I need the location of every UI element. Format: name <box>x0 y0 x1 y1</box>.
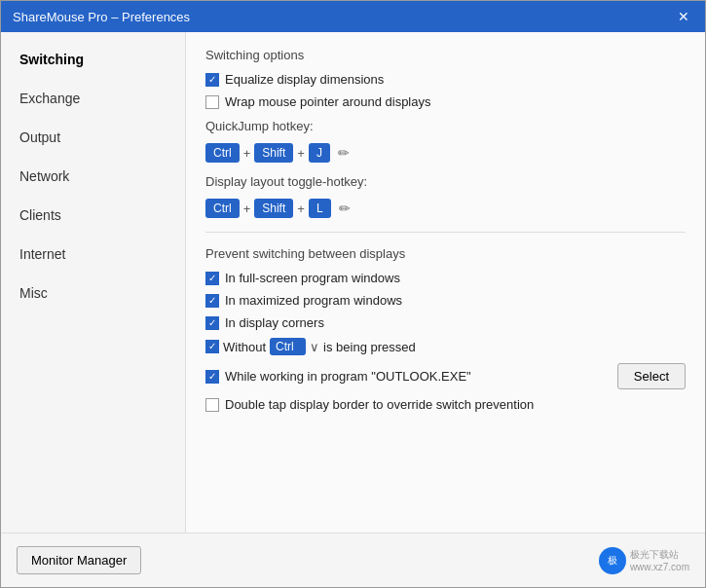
checkbox-equalize[interactable] <box>205 73 219 87</box>
checkbox-wrap[interactable] <box>205 95 219 109</box>
option-wrap: Wrap mouse pointer around displays <box>205 94 686 109</box>
main-panel: Switching options Equalize display dimen… <box>186 32 705 533</box>
option-outlook-label: While working in program "OUTLOOK.EXE" <box>225 369 471 384</box>
checkbox-maximized[interactable] <box>205 294 219 308</box>
sidebar-item-internet[interactable]: Internet <box>1 235 185 274</box>
quickjump-sep1: + <box>243 146 251 161</box>
option-outlook: While working in program "OUTLOOK.EXE" S… <box>205 363 686 389</box>
option-wrap-label: Wrap mouse pointer around displays <box>225 94 431 109</box>
checkbox-double-tap[interactable] <box>205 398 219 412</box>
sidebar-item-label: Misc <box>19 285 48 301</box>
quickjump-key-j[interactable]: J <box>309 143 330 163</box>
option-fullscreen: In full-screen program windows <box>205 271 686 285</box>
sidebar-item-switching[interactable]: Switching <box>1 40 185 79</box>
dropdown-arrow: ∨ <box>310 340 319 354</box>
layout-hotkey-row: Ctrl + Shift + L ✏ <box>205 199 686 218</box>
sidebar-item-output[interactable]: Output <box>1 118 185 157</box>
quickjump-key-shift[interactable]: Shift <box>254 143 293 163</box>
ctrl-dropdown[interactable]: Ctrl Alt Shift <box>270 338 306 355</box>
option-maximized: In maximized program windows <box>205 293 686 308</box>
sidebar-item-exchange[interactable]: Exchange <box>1 79 185 118</box>
checkbox-corners[interactable] <box>205 316 219 330</box>
quickjump-label: QuickJump hotkey: <box>205 119 686 133</box>
checkbox-outlook[interactable] <box>205 370 219 384</box>
monitor-manager-button[interactable]: Monitor Manager <box>17 546 141 574</box>
logo-icon: 极 <box>599 547 626 574</box>
quickjump-key-ctrl[interactable]: Ctrl <box>205 143 240 163</box>
sidebar-item-label: Output <box>19 129 60 145</box>
preferences-window: ShareMouse Pro – Preferences ✕ Switching… <box>0 0 706 588</box>
option-corners-label: In display corners <box>225 315 324 330</box>
option-corners: In display corners <box>205 315 686 330</box>
option-double-tap: Double tap display border to override sw… <box>205 397 686 412</box>
content-area: Switching Exchange Output Network Client… <box>1 32 705 533</box>
layout-key-ctrl[interactable]: Ctrl <box>205 199 240 218</box>
sidebar: Switching Exchange Output Network Client… <box>1 32 186 533</box>
sidebar-item-label: Clients <box>19 207 61 223</box>
option-equalize-label: Equalize display dimensions <box>225 72 384 87</box>
sidebar-item-network[interactable]: Network <box>1 157 185 196</box>
option-being-pressed: is being pressed <box>323 340 416 354</box>
layout-edit-icon[interactable]: ✏ <box>339 201 351 216</box>
option-fullscreen-label: In full-screen program windows <box>225 271 400 285</box>
quickjump-edit-icon[interactable]: ✏ <box>338 145 350 161</box>
watermark-text: 极光下载站www.xz7.com <box>630 548 689 572</box>
divider <box>205 232 686 233</box>
window-title: ShareMouse Pro – Preferences <box>13 10 190 24</box>
layout-key-l[interactable]: L <box>309 199 331 218</box>
option-double-tap-label: Double tap display border to override sw… <box>225 397 534 412</box>
sidebar-item-label: Internet <box>19 246 65 262</box>
sidebar-item-clients[interactable]: Clients <box>1 196 185 235</box>
prevent-title: Prevent switching between displays <box>205 246 686 261</box>
checkbox-fullscreen[interactable] <box>205 272 219 285</box>
sidebar-item-label: Switching <box>19 52 84 67</box>
layout-sep2: + <box>297 202 305 216</box>
close-button[interactable]: ✕ <box>674 7 693 26</box>
quickjump-hotkey-row: Ctrl + Shift + J ✏ <box>205 143 686 163</box>
sidebar-item-label: Exchange <box>19 91 80 106</box>
option-maximized-label: In maximized program windows <box>225 293 402 308</box>
option-equalize: Equalize display dimensions <box>205 72 686 87</box>
sidebar-item-label: Network <box>19 168 69 184</box>
layout-sep1: + <box>243 202 251 216</box>
bottom-bar: Monitor Manager 极 极光下载站www.xz7.com <box>1 533 705 587</box>
quickjump-sep2: + <box>297 146 305 161</box>
option-without-label: Without <box>223 340 266 354</box>
checkbox-without-ctrl[interactable] <box>205 340 219 353</box>
watermark: 极 极光下载站www.xz7.com <box>599 547 689 574</box>
layout-toggle-label: Display layout toggle-hotkey: <box>205 174 686 189</box>
title-bar: ShareMouse Pro – Preferences ✕ <box>1 1 705 32</box>
outlook-row: While working in program "OUTLOOK.EXE" S… <box>205 363 686 389</box>
layout-key-shift[interactable]: Shift <box>254 199 293 218</box>
select-button[interactable]: Select <box>617 363 686 389</box>
sidebar-item-misc[interactable]: Misc <box>1 274 185 312</box>
option-without-ctrl: Without Ctrl Alt Shift ∨ is being presse… <box>205 338 686 355</box>
switching-options-title: Switching options <box>205 48 686 62</box>
